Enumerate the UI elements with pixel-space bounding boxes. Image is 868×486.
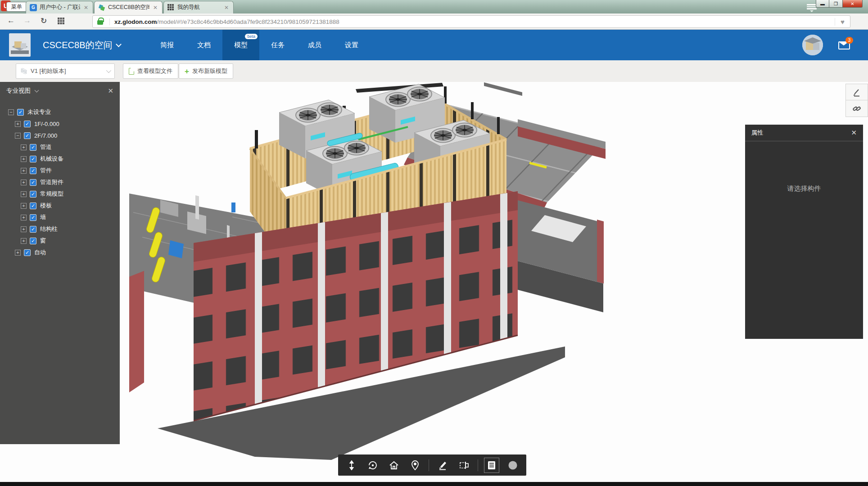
apps-grid-icon[interactable] (58, 18, 64, 27)
tree-item[interactable]: +✓墙 (0, 212, 120, 223)
sidebar-title: 专业视图 (6, 87, 31, 95)
nav-tasks[interactable]: 任务 (259, 30, 296, 60)
specialty-tree: −✓未设专业+✓1F/-0.000−✓2F/7.000+✓管道+✓机械设备+✓管… (0, 100, 120, 258)
record-icon[interactable] (505, 458, 520, 473)
tree-item[interactable]: +✓结构柱 (0, 223, 120, 235)
component-list-icon[interactable] (484, 458, 499, 473)
tree-item[interactable]: −✓2F/7.000 (0, 130, 120, 141)
address-bar[interactable]: xz.glodon.com/model/#!/e73c8c46c9bb4d60a… (92, 15, 850, 28)
glodon-user-icon: G (30, 4, 37, 11)
visibility-checkbox[interactable]: ✓ (30, 226, 36, 233)
browser-tab-3[interactable]: 我的导航 ✕ (163, 1, 234, 14)
forward-icon[interactable]: → (23, 16, 31, 25)
section-box-icon[interactable] (457, 458, 472, 473)
markup-icon[interactable] (435, 458, 450, 473)
nav-documents[interactable]: 文档 (185, 30, 222, 60)
expand-icon[interactable]: + (21, 180, 27, 185)
tree-item[interactable]: +✓机械设备 (0, 153, 120, 165)
tree-item-label: 1F/-0.000 (34, 121, 59, 127)
markup-pencil-button[interactable] (845, 84, 868, 100)
visibility-checkbox[interactable]: ✓ (30, 156, 36, 162)
chevron-down-icon (106, 68, 111, 73)
tree-item-label: 管道 (40, 143, 52, 151)
visibility-checkbox[interactable]: ✓ (24, 121, 31, 127)
orbit-icon[interactable] (365, 458, 380, 473)
expand-icon[interactable]: + (21, 203, 27, 209)
tree-item-label: 管件 (40, 166, 52, 175)
plus-icon: + (185, 68, 189, 75)
version-select[interactable]: V1 [初始版本] (16, 63, 115, 79)
close-tab-icon[interactable]: ✕ (83, 4, 89, 11)
visibility-checkbox[interactable]: ✓ (30, 214, 36, 221)
expand-icon[interactable]: + (21, 144, 27, 150)
tree-item[interactable]: +✓楼板 (0, 200, 120, 212)
expand-icon[interactable]: + (21, 238, 27, 244)
share-link-button[interactable] (845, 100, 868, 117)
properties-close-icon[interactable]: ✕ (851, 129, 857, 137)
expand-icon[interactable]: + (21, 191, 27, 197)
nav-briefing[interactable]: 简报 (149, 30, 185, 60)
bookmark-heart-icon[interactable]: ♥ (835, 18, 850, 26)
bim-3d-model[interactable] (120, 82, 746, 482)
tree-item[interactable]: +✓1F/-0.000 (0, 118, 120, 130)
visibility-checkbox[interactable]: ✓ (30, 191, 36, 198)
expand-icon[interactable]: + (21, 156, 27, 162)
sidebar-close-icon[interactable]: ✕ (108, 87, 113, 95)
workspace-switcher[interactable]: CSCEC8B的空间 (43, 30, 121, 60)
tree-item-label: 楼板 (40, 202, 52, 210)
publish-new-version-button[interactable]: + 发布新版模型 (179, 63, 233, 79)
tree-item[interactable]: +✓管件 (0, 165, 120, 176)
tree-item[interactable]: +✓常规模型 (0, 188, 120, 200)
expand-icon[interactable]: + (15, 121, 21, 127)
browser-tab-2-active[interactable]: CSCEC8B的空间 - 协筑 ✕ (94, 1, 163, 14)
properties-empty-hint: 请选择构件 (745, 184, 863, 193)
expand-icon[interactable]: + (21, 226, 27, 232)
close-tab-icon[interactable]: ✕ (152, 4, 158, 11)
walkthrough-icon[interactable] (407, 458, 423, 473)
tree-item[interactable]: +✓管道附件 (0, 176, 120, 188)
nav-model[interactable]: 模型beta (222, 30, 259, 60)
tree-item-label: 窗 (40, 237, 46, 245)
visibility-checkbox[interactable]: ✓ (17, 109, 24, 116)
user-avatar[interactable] (802, 35, 823, 55)
refresh-icon[interactable]: ↻ (41, 16, 47, 26)
layers-icon (21, 68, 27, 74)
collapse-icon[interactable]: − (8, 109, 14, 115)
tree-item-label: 2F/7.000 (34, 132, 57, 139)
visibility-checkbox[interactable]: ✓ (30, 167, 36, 174)
visibility-checkbox[interactable]: ✓ (30, 179, 36, 186)
browser-menu-icon[interactable] (807, 3, 817, 10)
tree-item[interactable]: +✓自动 (0, 247, 120, 258)
properties-title: 属性 (751, 129, 763, 137)
visibility-checkbox[interactable]: ✓ (30, 238, 36, 244)
tree-item[interactable]: +✓管道 (0, 141, 120, 153)
view-model-file-button[interactable]: 查看模型文件 (123, 63, 178, 79)
visibility-checkbox[interactable]: ✓ (24, 132, 31, 139)
visibility-checkbox[interactable]: ✓ (30, 144, 36, 151)
window-minimize-button[interactable]: ▬ (816, 0, 829, 8)
toolbar-divider (478, 459, 478, 471)
visibility-checkbox[interactable]: ✓ (24, 249, 31, 256)
chevron-down-icon[interactable] (35, 88, 39, 93)
pan-vertical-icon[interactable] (344, 458, 359, 473)
collapse-icon[interactable]: − (15, 133, 21, 139)
back-icon[interactable]: ← (7, 16, 15, 25)
tree-item[interactable]: −✓未设专业 (0, 106, 120, 118)
xiezhu-logo-icon (98, 4, 105, 11)
browser-tab-1[interactable]: G 用户中心 - 广联达 ✕ (26, 1, 93, 14)
nav-members[interactable]: 成员 (296, 30, 333, 60)
nav-settings[interactable]: 设置 (333, 30, 370, 60)
expand-icon[interactable]: + (21, 215, 27, 220)
visibility-checkbox[interactable]: ✓ (30, 202, 36, 209)
expand-icon[interactable]: + (15, 250, 21, 256)
window-close-button[interactable]: ✕ (843, 0, 863, 8)
viewer-toolbar (338, 454, 526, 476)
window-maximize-button[interactable]: ❐ (829, 0, 843, 8)
close-tab-icon[interactable]: ✕ (223, 4, 230, 11)
model-viewport[interactable]: 专业视图 ✕ −✓未设专业+✓1F/-0.000−✓2F/7.000+✓管道+✓… (0, 82, 868, 482)
expand-icon[interactable]: + (21, 168, 27, 174)
home-view-icon[interactable] (386, 458, 402, 473)
browser-menu-button[interactable]: 菜单 (6, 2, 27, 12)
specialty-view-sidebar: 专业视图 ✕ −✓未设专业+✓1F/-0.000−✓2F/7.000+✓管道+✓… (0, 82, 120, 444)
tree-item[interactable]: +✓窗 (0, 235, 120, 247)
